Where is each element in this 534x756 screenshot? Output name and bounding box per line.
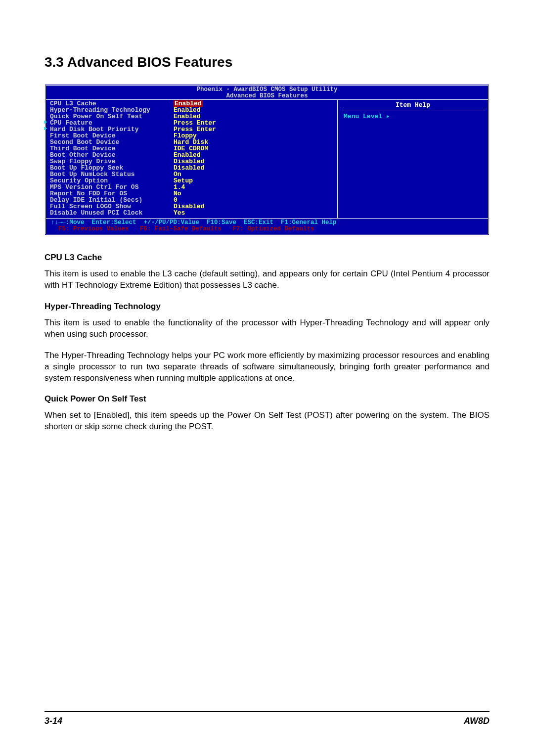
bios-help-panel: Item Help Menu Level ▸	[338, 100, 488, 218]
bios-option-label: Disable Unused PCI Clock	[50, 210, 174, 216]
bios-option-value: Yes	[174, 210, 185, 216]
bios-header-line2: Advanced BIOS Features	[226, 92, 308, 99]
bios-options-panel: CPU L3 Cache Enabled Hyper-Threading Tec…	[46, 100, 338, 218]
section-title: 3.3 Advanced BIOS Features	[44, 54, 490, 70]
bios-footer: ↑↓→←:Move Enter:Select +/-/PU/PD:Value F…	[46, 218, 488, 234]
paragraph: When set to [Enabled], this item speeds …	[44, 410, 490, 433]
bios-screenshot: Phoenix - AwardBIOS CMOS Setup Utility A…	[44, 84, 490, 235]
page-footer: 3-14 AW8D	[44, 711, 490, 726]
content-body: CPU L3 CacheThis item is used to enable …	[44, 252, 490, 433]
bios-footer-line2: F5: Previous Values F6: Fail-Safe Defaul…	[51, 225, 314, 232]
page-number: 3-14	[44, 716, 62, 726]
paragraph: This item is used to enable the L3 cache…	[44, 268, 490, 291]
subsection-heading: CPU L3 Cache	[44, 252, 490, 264]
bios-option-row: Disable Unused PCI Clock Yes	[50, 210, 334, 216]
paragraph: This item is used to enable the function…	[44, 317, 490, 340]
subsection-heading: Hyper-Threading Technology	[44, 301, 490, 312]
bios-menu-level: Menu Level ▸	[341, 110, 485, 123]
subsection-heading: Quick Power On Self Test	[44, 394, 490, 405]
bios-item-help-title: Item Help	[341, 100, 485, 110]
model-label: AW8D	[464, 716, 490, 726]
paragraph: The Hyper-Threading Technology helps you…	[44, 350, 490, 384]
bios-header: Phoenix - AwardBIOS CMOS Setup Utility A…	[46, 86, 488, 100]
